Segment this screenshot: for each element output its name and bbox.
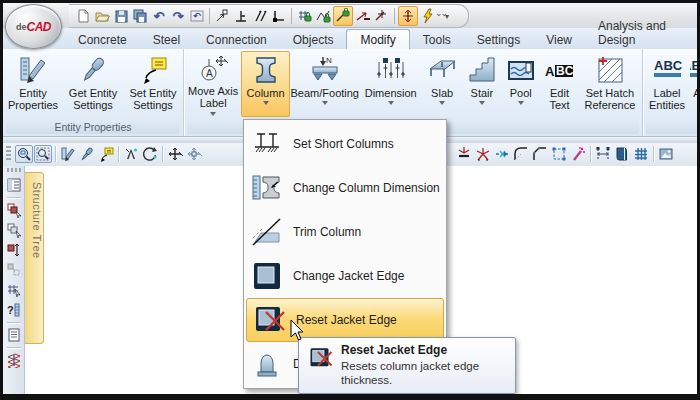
menu-item-change-jacket-edge[interactable]: Change Jacket Edge <box>244 254 446 298</box>
tab-view[interactable]: View <box>533 30 585 49</box>
ribbon-group-partial: ABC Label Entities AB A <box>643 49 697 136</box>
grid-icon[interactable] <box>632 145 650 163</box>
structure-tree-tab[interactable]: Structure Tree <box>25 172 44 344</box>
separator <box>209 8 210 24</box>
pool-button[interactable]: Pool <box>501 51 540 117</box>
insert-image-icon[interactable] <box>657 145 675 163</box>
storey-section-icon[interactable] <box>5 351 23 369</box>
dropdown-caret <box>322 101 328 108</box>
undo-all-icon[interactable]: ↶ <box>188 7 206 25</box>
report-document-icon[interactable] <box>5 326 23 344</box>
tooltip-reset-jacket-edge: Reset Jacket Edge Resets column jacket e… <box>298 337 516 394</box>
entity-properties-small-icon[interactable] <box>59 145 77 163</box>
svg-text:ABC: ABC <box>654 58 683 73</box>
tab-steel[interactable]: Steel <box>140 30 193 49</box>
move-node-icon[interactable] <box>213 7 231 25</box>
get-entity-settings-small-icon[interactable] <box>78 145 96 163</box>
customize-quick-access-icon[interactable]: ⌄⌄ <box>435 8 446 18</box>
select-region-icon[interactable] <box>550 145 568 163</box>
chamfer-icon[interactable] <box>531 145 549 163</box>
break-icon[interactable] <box>455 145 473 163</box>
separator <box>118 146 119 162</box>
application-button[interactable]: deCAD <box>5 4 62 49</box>
open-file-icon[interactable] <box>93 7 111 25</box>
menu-item-label: Set Short Columns <box>293 137 394 151</box>
app-window: ↶ ↷ ↶ ▾ ⌄⌄ deCAD Concrete Steel Connect <box>3 3 697 394</box>
beam-footing-button[interactable]: N Beam/Footing <box>290 51 360 117</box>
grid-edit-icon[interactable] <box>5 281 23 299</box>
tab-concrete[interactable]: Concrete <box>65 30 140 49</box>
tab-modify[interactable]: Modify <box>346 29 409 49</box>
explode-icon[interactable] <box>474 145 492 163</box>
snap-to-point-icon[interactable] <box>373 7 391 25</box>
column-dimension-icon <box>250 171 284 205</box>
move-axis-label-button[interactable]: A Move Axis Label <box>185 51 241 117</box>
get-entity-settings-button[interactable]: Get Entity Settings <box>62 51 124 117</box>
array-entity-icon[interactable] <box>5 261 23 279</box>
snap-to-entity-icon[interactable] <box>354 7 372 25</box>
new-file-icon[interactable] <box>74 7 92 25</box>
tab-objects[interactable]: Objects <box>280 30 347 49</box>
set-hatch-reference-button[interactable]: Set Hatch Reference <box>579 51 641 117</box>
stretch-icon[interactable] <box>185 145 203 163</box>
magic-select-icon[interactable] <box>569 145 587 163</box>
svg-text:?: ? <box>7 304 14 316</box>
slab-button[interactable]: Slab <box>422 51 463 117</box>
move-axis-label-icon: A <box>197 53 229 85</box>
menu-item-reset-jacket-edge[interactable]: Reset Jacket Edge <box>246 298 444 342</box>
menu-item-change-column-dimension[interactable]: Change Column Dimension <box>244 166 446 210</box>
label-entities-button[interactable]: ABC Label Entities <box>644 51 690 117</box>
save-icon[interactable] <box>112 7 130 25</box>
column-button[interactable]: Column <box>241 51 290 117</box>
stair-button[interactable]: Stair <box>463 51 502 117</box>
copy-entity-icon[interactable] <box>5 201 23 219</box>
ortho-toggle-icon[interactable] <box>398 6 418 26</box>
grid-snap-lock-icon[interactable] <box>295 7 313 25</box>
save-all-icon[interactable] <box>131 7 149 25</box>
tab-tools[interactable]: Tools <box>410 30 464 49</box>
separator <box>394 8 395 24</box>
query-entity-icon[interactable]: ? <box>5 301 23 319</box>
set-entity-settings-button[interactable]: Set Entity Settings <box>124 51 182 117</box>
menu-item-set-short-columns[interactable]: Set Short Columns <box>244 122 446 166</box>
fillet-icon[interactable] <box>512 145 530 163</box>
edit-text-button[interactable]: ABC Edit Text <box>540 51 579 117</box>
edit-toolbar-right-group <box>455 145 675 163</box>
tab-analysis-and-design[interactable]: Analysis and Design <box>585 16 697 49</box>
move-entity-icon[interactable] <box>5 241 23 259</box>
dimension-small-icon[interactable] <box>594 145 612 163</box>
dropdown-caret <box>439 101 445 108</box>
dropdown-caret <box>518 101 524 108</box>
edit-text-icon: ABC <box>543 53 575 87</box>
library-icon[interactable] <box>613 145 631 163</box>
copy-entity-alt-icon[interactable] <box>5 221 23 239</box>
redo-icon[interactable]: ↷ <box>169 7 187 25</box>
rotate-icon[interactable] <box>141 145 159 163</box>
tab-settings[interactable]: Settings <box>464 30 533 49</box>
entity-properties-button[interactable]: Entity Properties <box>4 51 62 117</box>
perpendicular-snap-icon[interactable] <box>232 7 250 25</box>
set-entity-settings-small-icon[interactable] <box>97 145 115 163</box>
properties-list-icon[interactable] <box>5 176 23 194</box>
menu-item-trim-column[interactable]: Trim Column <box>244 210 446 254</box>
zoom-extents-icon[interactable] <box>34 145 52 163</box>
osnap-lock-icon[interactable] <box>333 6 353 26</box>
eyedropper-icon <box>77 53 109 87</box>
partial-cutoff-button[interactable]: AB A <box>690 51 697 117</box>
svg-text:BC: BC <box>556 64 574 78</box>
toolbar-drag-handle[interactable] <box>7 168 21 172</box>
corner-snap-icon[interactable] <box>270 7 288 25</box>
separator <box>7 322 21 323</box>
undo-icon[interactable]: ↶ <box>150 7 168 25</box>
toolbar-drag-handle[interactable] <box>6 146 11 162</box>
dimension-button[interactable]: Dimension <box>360 51 422 117</box>
parallel-snap-icon[interactable] <box>251 7 269 25</box>
move-icon[interactable] <box>166 145 184 163</box>
move-axis-label-small-icon[interactable] <box>122 145 140 163</box>
extend-icon[interactable] <box>493 145 511 163</box>
polyline-snap-lock-icon[interactable] <box>314 7 332 25</box>
zoom-window-icon[interactable] <box>15 145 33 163</box>
slab-icon <box>426 53 458 87</box>
beam-footing-icon: N <box>309 53 341 87</box>
tab-connection[interactable]: Connection <box>193 30 280 49</box>
